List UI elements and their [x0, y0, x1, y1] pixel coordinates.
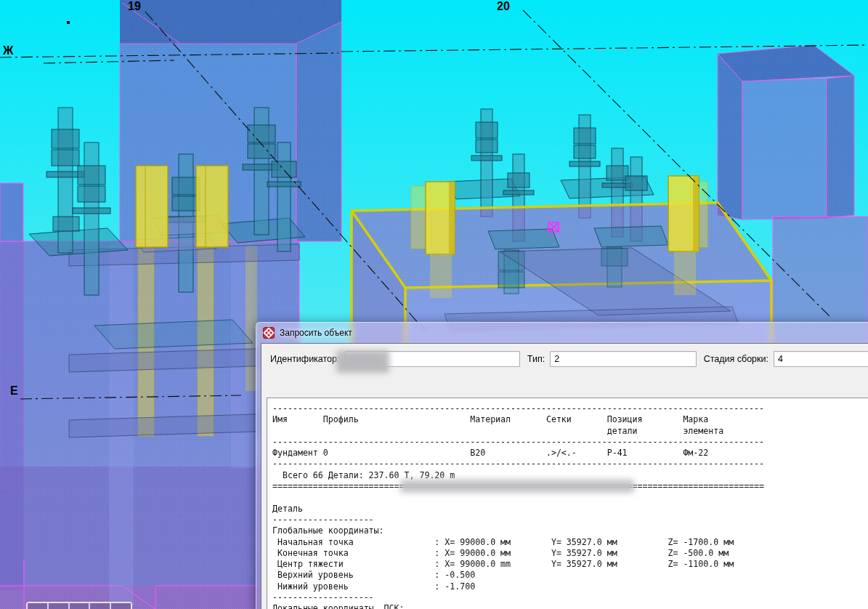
background-window-edge[interactable]	[26, 602, 132, 609]
grid-label-Zh: Ж	[3, 45, 13, 57]
type-label: Тип:	[527, 354, 545, 364]
grid-label-E: Е	[10, 385, 18, 397]
left-foundation-block[interactable]	[0, 241, 299, 609]
report-line: ----------------------------------------…	[272, 403, 868, 414]
report-line: детали элемента	[272, 426, 868, 437]
point-mark	[67, 21, 70, 24]
assembly-phase-field[interactable]	[774, 351, 868, 367]
dialog-client-area: Идентификатор: Тип: Стадия сборки: -----…	[261, 343, 868, 609]
report-line: ----------------------------------------…	[272, 437, 868, 448]
inquiry-report[interactable]: ----------------------------------------…	[267, 398, 868, 609]
report-line: Глобальные координаты:	[272, 525, 868, 536]
report-line: Локальные координаты, ПСК:	[272, 603, 868, 609]
report-line: Центр тяжести : X= 99000.0 mm Y= 35927.0…	[272, 559, 868, 570]
work-point-marker	[548, 222, 559, 232]
dialog-title: Запросить объект	[280, 328, 352, 338]
background-window-cell	[90, 603, 111, 609]
report-line: Деталь	[272, 504, 868, 515]
report-line: Нижний уровень : -1.700	[272, 581, 868, 592]
redaction-blur-detail	[400, 480, 634, 493]
background-window-cell	[111, 603, 131, 609]
assembly-phase-label: Стадия сборки:	[704, 354, 768, 364]
dialog-titlebar[interactable]: Запросить объект	[256, 322, 868, 343]
report-line: Фундамент 0 В20 .>/<.- Р-41 Фм-22	[272, 448, 868, 459]
report-line: Имя Профиль Материал Сетки Позиция Марка	[272, 414, 868, 425]
right-column[interactable]	[718, 45, 856, 219]
report-line	[272, 492, 868, 503]
report-line: --------------------	[272, 592, 868, 603]
type-field[interactable]	[550, 351, 697, 367]
report-line: ----------------------------------------…	[272, 459, 868, 469]
identifier-label: Идентификатор:	[270, 354, 340, 364]
report-line: --------------------	[272, 515, 868, 525]
background-window-cell	[28, 603, 49, 609]
background-window-cell	[49, 603, 70, 609]
grid-label-20: 20	[497, 1, 510, 12]
report-line: Конечная точка : X= 99000.0 мм Y= 35927.…	[272, 548, 868, 559]
background-window-cell	[70, 603, 91, 609]
grid-label-19: 19	[128, 1, 141, 12]
app-icon[interactable]	[263, 327, 275, 339]
report-line: Начальная точка : X= 99000.0 мм Y= 35927…	[272, 537, 868, 548]
redaction-blur-identifier	[336, 350, 389, 373]
report-line: Верхний уровень : -0.500	[272, 570, 868, 581]
